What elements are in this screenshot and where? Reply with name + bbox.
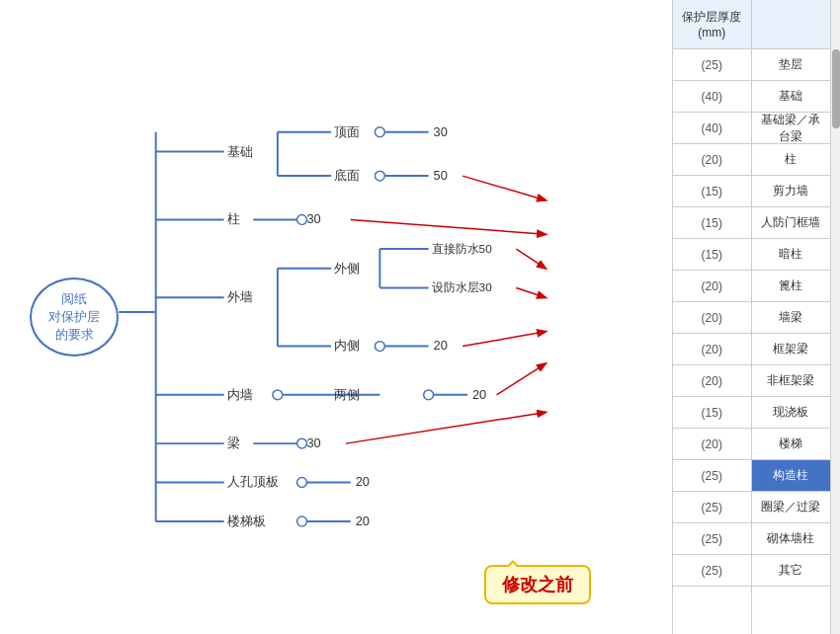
svg-text:底面: 底面	[334, 168, 360, 183]
scrollbar[interactable]	[830, 0, 840, 634]
svg-point-42	[424, 390, 434, 400]
value-cell-3: (20)	[673, 144, 751, 176]
value-cell-1: (40)	[673, 81, 751, 113]
svg-text:设防水层30: 设防水层30	[432, 280, 493, 294]
values-column: 保护层厚度(mm) (25)(40)(40)(20)(15)(15)(15)(2…	[673, 0, 752, 634]
label-cell-7[interactable]: 篦柱	[752, 271, 831, 302]
value-cell-11: (15)	[673, 397, 751, 429]
svg-text:梁: 梁	[227, 436, 240, 450]
label-cell-0[interactable]: 垫层	[752, 49, 831, 81]
value-cell-14: (25)	[673, 492, 751, 523]
svg-text:人孔顶板: 人孔顶板	[227, 474, 279, 489]
central-node: 阅纸对保护层的要求	[30, 277, 119, 357]
values-header-text: 保护层厚度(mm)	[675, 9, 749, 40]
value-cell-8: (20)	[673, 302, 751, 334]
label-cell-8[interactable]: 墙梁	[752, 302, 831, 334]
svg-text:楼梯板: 楼梯板	[227, 514, 266, 528]
svg-text:外墙: 外墙	[227, 289, 253, 304]
label-cell-12[interactable]: 楼梯	[752, 429, 831, 460]
values-column-header: 保护层厚度(mm)	[673, 0, 751, 49]
svg-line-64	[497, 363, 546, 395]
diagram-area: 阅纸对保护层的要求 基础 顶面 30	[0, 0, 672, 634]
label-cell-16[interactable]: 其它	[752, 555, 831, 587]
value-cell-5: (15)	[673, 207, 751, 239]
svg-text:20: 20	[472, 387, 486, 402]
annotation-box: 修改之前	[484, 565, 591, 604]
annotation-text: 修改之前	[502, 575, 573, 594]
svg-text:外侧: 外侧	[334, 261, 360, 276]
svg-line-59	[462, 176, 546, 200]
value-cell-10: (20)	[673, 365, 751, 397]
svg-point-47	[297, 438, 307, 448]
svg-text:20: 20	[356, 474, 370, 489]
svg-text:柱: 柱	[227, 211, 240, 226]
svg-point-8	[375, 127, 384, 137]
label-cell-13[interactable]: 构造柱	[752, 460, 831, 492]
svg-text:20: 20	[434, 339, 448, 354]
label-cell-9[interactable]: 框架梁	[752, 334, 831, 365]
svg-text:30: 30	[306, 211, 320, 226]
svg-text:50: 50	[434, 168, 448, 183]
label-cell-14[interactable]: 圈梁／过梁	[752, 492, 831, 523]
svg-text:内墙: 内墙	[227, 387, 253, 402]
value-cell-15: (25)	[673, 523, 751, 555]
value-cell-16: (25)	[673, 555, 751, 587]
svg-point-52	[297, 478, 307, 488]
svg-line-65	[346, 413, 546, 444]
value-cell-7: (20)	[673, 271, 751, 302]
value-cell-0: (25)	[673, 49, 751, 81]
svg-text:30: 30	[434, 124, 448, 139]
value-cell-6: (15)	[673, 239, 751, 271]
label-cells: 垫层基础基础梁／承台梁柱剪力墙人防门框墙暗柱篦柱墙梁框架梁非框架梁现浇板楼梯构造…	[752, 49, 831, 587]
label-cell-2[interactable]: 基础梁／承台梁	[752, 113, 831, 144]
label-cell-1[interactable]: 基础	[752, 81, 831, 113]
svg-line-63	[462, 332, 546, 347]
svg-text:直接防水50: 直接防水50	[432, 242, 493, 256]
label-cell-5[interactable]: 人防门框墙	[752, 207, 831, 239]
svg-point-38	[273, 390, 283, 400]
central-node-text: 阅纸对保护层的要求	[48, 290, 100, 344]
svg-text:内侧: 内侧	[334, 339, 360, 354]
svg-text:两侧: 两侧	[334, 387, 360, 402]
svg-point-57	[297, 516, 307, 526]
right-panel: 保护层厚度(mm) (25)(40)(40)(20)(15)(15)(15)(2…	[672, 0, 830, 634]
label-cell-6[interactable]: 暗柱	[752, 239, 831, 271]
svg-line-62	[516, 287, 546, 297]
value-cell-13: (25)	[673, 460, 751, 492]
labels-column: 垫层基础基础梁／承台梁柱剪力墙人防门框墙暗柱篦柱墙梁框架梁非框架梁现浇板楼梯构造…	[752, 0, 831, 634]
value-cell-12: (20)	[673, 429, 751, 460]
svg-line-60	[351, 219, 546, 234]
svg-text:顶面: 顶面	[334, 124, 360, 139]
svg-text:20: 20	[356, 514, 370, 528]
main-container: 阅纸对保护层的要求 基础 顶面 30	[0, 0, 840, 634]
svg-line-61	[516, 249, 546, 269]
svg-point-13	[375, 171, 384, 181]
value-cell-2: (40)	[673, 113, 751, 144]
svg-point-18	[297, 215, 307, 225]
labels-column-header	[752, 0, 831, 49]
label-cell-11[interactable]: 现浇板	[752, 397, 831, 429]
svg-text:30: 30	[306, 436, 320, 450]
value-cell-9: (20)	[673, 334, 751, 365]
label-cell-4[interactable]: 剪力墙	[752, 176, 831, 207]
label-cell-3[interactable]: 柱	[752, 144, 831, 176]
value-cells: (25)(40)(40)(20)(15)(15)(15)(20)(20)(20)…	[673, 49, 751, 587]
svg-point-33	[375, 342, 384, 352]
svg-text:基础: 基础	[227, 144, 253, 159]
scrollbar-thumb[interactable]	[832, 49, 840, 128]
label-cell-15[interactable]: 砌体墙柱	[752, 523, 831, 555]
label-cell-10[interactable]: 非框架梁	[752, 365, 831, 397]
value-cell-4: (15)	[673, 176, 751, 207]
